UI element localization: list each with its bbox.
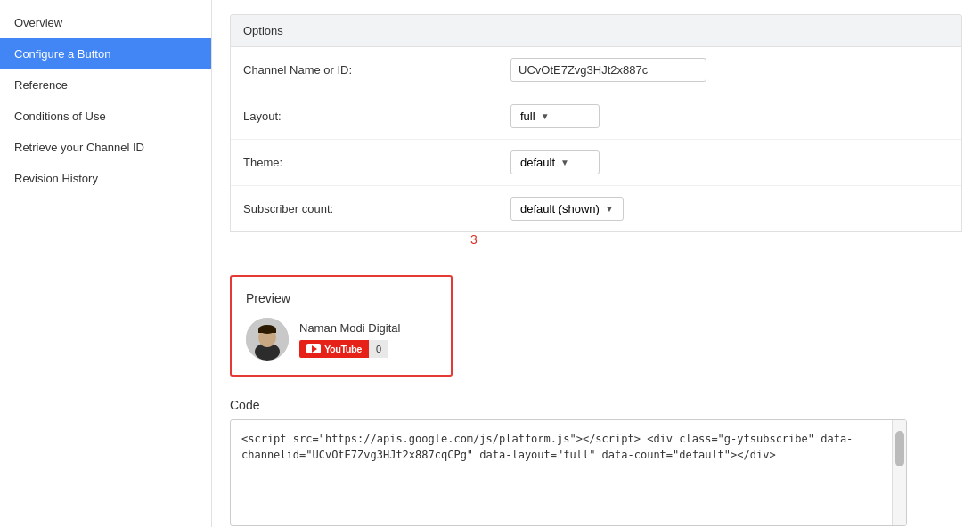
layout-label: Layout: (243, 109, 510, 123)
subscriber-count-display: 0 (369, 340, 388, 358)
subscriber-count-value: default (shown) (520, 202, 600, 215)
code-scrollbar[interactable] (892, 420, 906, 525)
subscriber-count-label: Subscriber count: (243, 202, 510, 215)
sidebar-item-revision[interactable]: Revision History (0, 163, 211, 194)
preview-title: Preview (246, 291, 437, 305)
sidebar: Overview Configure a Button Reference Co… (0, 0, 212, 527)
preview-section: Preview (230, 275, 453, 377)
youtube-text: YouTube (324, 344, 362, 354)
scroll-track (894, 422, 905, 523)
subscriber-count-select[interactable]: default (shown) ▼ (510, 197, 624, 221)
subscriber-count-control: default (shown) ▼ (510, 197, 949, 221)
code-content[interactable]: <script src="https://apis.google.com/js/… (231, 420, 892, 525)
preview-container: Preview (230, 254, 962, 377)
code-title: Code (230, 398, 962, 412)
theme-select[interactable]: default ▼ (510, 150, 600, 174)
theme-control: default ▼ (510, 150, 949, 174)
youtube-icon (306, 344, 321, 353)
layout-select[interactable]: full ▼ (510, 104, 600, 128)
subscriber-count-row: Subscriber count: default (shown) ▼ (231, 186, 961, 231)
yt-btn-red: YouTube (299, 340, 369, 358)
preview-channel: Naman Modi Digital YouTube 0 (246, 318, 437, 361)
layout-row: Layout: full ▼ (231, 93, 961, 140)
channel-name-input[interactable] (510, 58, 706, 82)
play-icon (312, 345, 317, 353)
avatar-image (246, 318, 289, 361)
theme-value: default (520, 156, 555, 169)
theme-arrow-icon: ▼ (560, 158, 569, 167)
number-badge: 3 (470, 232, 478, 247)
sidebar-item-configure[interactable]: Configure a Button (0, 38, 211, 69)
avatar (246, 318, 289, 361)
code-box: <script src="https://apis.google.com/js/… (230, 419, 907, 526)
channel-name-row: Channel Name or ID: (231, 47, 961, 93)
sidebar-item-reference[interactable]: Reference (0, 69, 211, 101)
channel-name-control (510, 58, 949, 82)
code-section: Code <script src="https://apis.google.co… (230, 398, 962, 526)
channel-name-label: Channel Name or ID: (243, 63, 510, 77)
channel-name-display: Naman Modi Digital (299, 321, 400, 335)
layout-value: full (520, 109, 535, 123)
scroll-thumb (895, 431, 904, 466)
layout-arrow-icon: ▼ (541, 111, 550, 121)
channel-info: Naman Modi Digital YouTube 0 (299, 321, 400, 358)
sidebar-item-retrieve[interactable]: Retrieve your Channel ID (0, 132, 211, 163)
options-body: Channel Name or ID: Layout: full ▼ Theme… (230, 47, 962, 232)
svg-rect-5 (258, 329, 276, 333)
youtube-subscribe-button[interactable]: YouTube 0 (299, 340, 400, 358)
theme-row: Theme: default ▼ (231, 140, 961, 186)
theme-label: Theme: (243, 156, 510, 169)
sidebar-item-conditions[interactable]: Conditions of Use (0, 101, 211, 132)
main-content: Options Channel Name or ID: Layout: full… (212, 0, 980, 527)
options-header: Options (230, 14, 962, 47)
subscriber-count-arrow-icon: ▼ (605, 204, 614, 214)
layout-control: full ▼ (510, 104, 949, 128)
sidebar-item-overview[interactable]: Overview (0, 7, 211, 38)
